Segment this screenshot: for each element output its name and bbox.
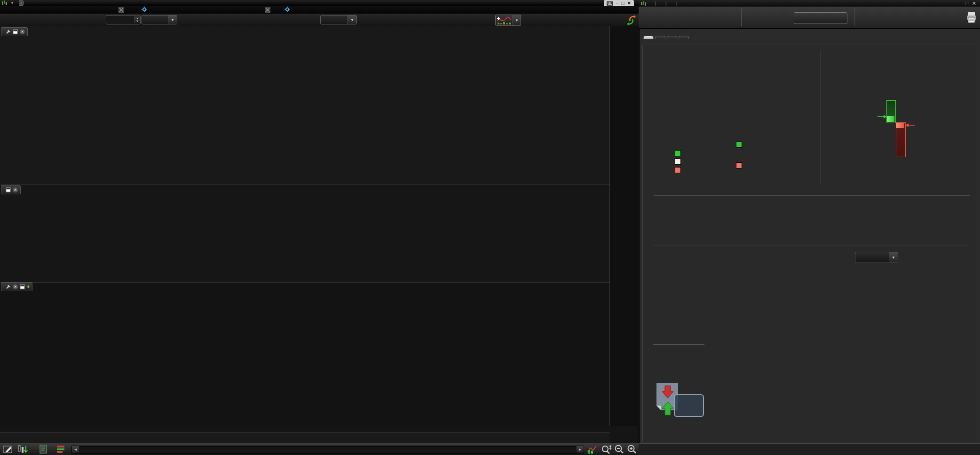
disclaimer-bar <box>639 443 980 455</box>
plus-icon[interactable]: + <box>27 284 30 289</box>
close-button[interactable]: ✕ <box>627 1 631 6</box>
avg-win-bar-segment <box>887 116 894 122</box>
window-tab-system[interactable] <box>665 0 675 6</box>
tab-closed-positions[interactable] <box>679 36 689 39</box>
losing-swatch <box>675 167 681 173</box>
divider <box>654 246 970 246</box>
window-tab-instrument[interactable] <box>676 0 686 6</box>
maximize-button[interactable]: □ <box>622 1 624 6</box>
wrench-icon[interactable] <box>6 284 11 289</box>
notes-icon[interactable] <box>40 445 48 454</box>
chevron-down-icon: ▼ <box>168 16 177 24</box>
candlestick-logo-icon <box>1 0 8 6</box>
total-gain-legend <box>736 141 744 148</box>
minimize-button[interactable]: – <box>958 0 961 7</box>
scroll-left-icon[interactable]: ◄ <box>72 446 79 453</box>
chart-style-icon[interactable] <box>587 444 597 455</box>
losing-legend <box>675 167 683 174</box>
avg-win-arrow-icon <box>877 115 886 119</box>
max-drawdown-icon <box>671 201 714 231</box>
quantity-stepper[interactable]: ▲▼ <box>106 15 141 24</box>
chevron-down-icon: ▼ <box>348 16 356 24</box>
modify-probacktest-button[interactable] <box>794 12 847 24</box>
sync-arrows-icon[interactable] <box>626 15 637 26</box>
orders-position-row <box>0 6 639 14</box>
divider <box>821 49 821 185</box>
divider <box>654 195 970 196</box>
zoom-out-icon[interactable] <box>614 444 624 455</box>
winning-trades-donut <box>678 88 725 136</box>
zoom-in-icon[interactable] <box>627 444 637 455</box>
time-in-market-gauge <box>653 283 705 336</box>
positions-chart[interactable] <box>0 184 609 282</box>
minimize-button[interactable]: – <box>616 1 619 6</box>
layers-icon[interactable] <box>56 445 66 454</box>
avg-orders-value-box <box>674 394 704 417</box>
divider <box>854 8 854 26</box>
add-indicator-icon <box>495 15 513 26</box>
timeframe-select[interactable]: ▼ <box>320 15 357 24</box>
tab-overview[interactable] <box>643 36 654 39</box>
position-gear-icon[interactable] <box>284 7 291 13</box>
divider <box>653 344 704 345</box>
even-legend <box>675 158 683 165</box>
draw-pen-icon[interactable] <box>3 445 14 454</box>
order-annotations-bottom-strip <box>1 426 608 432</box>
info-icon[interactable]: i <box>19 0 24 6</box>
left-window-controls: – □ ✕ <box>604 0 634 7</box>
scroll-right-icon[interactable]: ► <box>577 446 584 453</box>
winning-swatch <box>675 150 681 156</box>
avg-loss-bar-segment <box>896 123 904 128</box>
equity-curve-chart[interactable] <box>0 26 609 185</box>
total-loss-legend <box>736 162 744 169</box>
window-icon[interactable] <box>6 187 11 192</box>
avg-loss-arrow-icon <box>906 123 915 128</box>
chart-toolbar: ▲▼ ▼ ▼ ▼ <box>0 14 639 26</box>
candles-tool-icon[interactable] <box>17 444 29 455</box>
tab-statistics[interactable] <box>655 36 665 39</box>
left-status-bar: ◄ ► <box>0 443 639 455</box>
orders-gear-icon[interactable] <box>141 7 148 13</box>
even-swatch <box>675 159 681 165</box>
max-runup-icon <box>826 201 869 231</box>
candlestick-logo-icon <box>640 1 647 6</box>
gain-loss-ratio-donut <box>739 88 786 136</box>
units-select[interactable]: ▼ <box>142 15 177 24</box>
print-icon[interactable] <box>966 11 977 24</box>
close-button[interactable]: ✕ <box>972 0 976 7</box>
gross-performance-chart <box>722 266 980 441</box>
positions-panel-label: ✕ <box>1 185 21 194</box>
tab-orders-list[interactable] <box>667 36 677 39</box>
total-loss-swatch <box>736 162 742 168</box>
price-candlestick-chart[interactable] <box>0 288 609 426</box>
price-axis-column[interactable] <box>609 26 639 426</box>
close-icon[interactable]: ✕ <box>20 29 25 34</box>
orders-grid-icon[interactable] <box>119 7 124 13</box>
window-icon[interactable] <box>13 29 18 34</box>
order-annotations-top-strip <box>38 283 608 289</box>
left-window-titlebar: ▼ i – □ ✕ <box>0 0 639 6</box>
winning-legend <box>675 150 683 157</box>
wrench-icon[interactable] <box>6 29 11 34</box>
window-tab-probacktest[interactable] <box>655 0 664 6</box>
window-icon[interactable] <box>20 284 25 289</box>
close-icon[interactable]: ✕ <box>13 284 18 289</box>
chevron-down-icon: ▼ <box>889 252 898 263</box>
keyboard-icon[interactable] <box>607 1 613 6</box>
maximize-button[interactable]: □ <box>965 0 968 7</box>
report-tabs <box>643 36 689 39</box>
trading-workstation: ▼ i – □ ✕ ▲▼ ▼ ▼ <box>0 0 980 455</box>
time-axis[interactable] <box>0 432 609 443</box>
add-indicator-button[interactable]: ▼ <box>495 15 521 26</box>
horizontal-scrollbar[interactable]: ◄ ► <box>71 446 584 454</box>
report-titlebar: –□✕ <box>639 0 980 7</box>
price-panel-label: ✕ + <box>1 282 32 291</box>
total-gain-swatch <box>736 142 742 148</box>
zoom-pan-icon[interactable] <box>600 444 612 455</box>
equity-panel-label: ✕ <box>1 27 28 36</box>
close-icon[interactable]: ✕ <box>13 187 18 192</box>
stepper-arrows-icon[interactable]: ▲▼ <box>134 16 140 23</box>
period-select[interactable]: ▼ <box>855 252 898 263</box>
position-grid-icon[interactable] <box>265 7 270 13</box>
symbol-dropdown-arrow[interactable]: ▼ <box>10 1 14 5</box>
